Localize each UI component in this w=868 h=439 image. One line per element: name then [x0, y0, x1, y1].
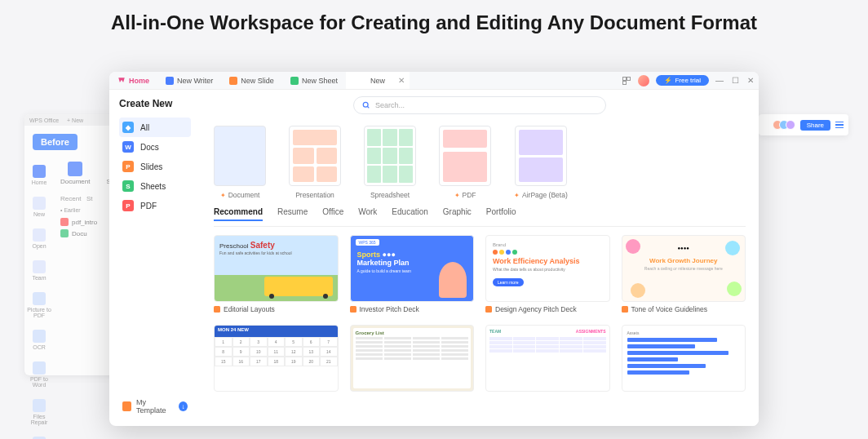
slides-badge-icon [350, 306, 356, 313]
svg-line-4 [367, 106, 369, 108]
my-template[interactable]: My Template↓ [119, 395, 191, 418]
nav-slides[interactable]: PSlides [119, 157, 191, 176]
t-pitch-badge: WPS 365 [356, 239, 379, 246]
blank-presentation[interactable]: Presentation [289, 126, 341, 199]
nav-pdf[interactable]: PPDF [119, 196, 191, 215]
cat-office[interactable]: Office [322, 207, 343, 221]
t-safety-word: Safety [250, 241, 275, 250]
template-assignments[interactable]: TEAMASSIGNMENTS [485, 325, 610, 392]
t-assign-l: TEAM [489, 329, 501, 334]
blank-pdf[interactable]: ✦PDF [439, 126, 491, 199]
spark-icon: ✦ [514, 192, 520, 199]
search-input[interactable]: Search... [353, 96, 606, 114]
template-editorial-label: Editorial Layouts [224, 305, 275, 313]
template-design-label: Design Agency Pitch Deck [495, 305, 577, 313]
t-design-btn: Learn more [493, 278, 524, 286]
template-investor[interactable]: WPS 365Sports ●●●Marketing PlanA guide t… [350, 235, 475, 313]
template-tone-label: Tone of Voice Guidelines [631, 305, 708, 313]
before-file-2: Docu [72, 230, 87, 237]
tab-writer-label: New Writer [177, 77, 213, 85]
sheet-icon [290, 77, 299, 85]
close-button[interactable]: ✕ [747, 76, 754, 85]
template-design-agency[interactable]: BrandWork Efficiency AnalysisWhat the da… [485, 235, 610, 313]
writer-icon [166, 77, 174, 85]
slides-badge-icon [485, 306, 492, 313]
blank-spreadsheet-label: Spreadsheet [370, 191, 410, 199]
template-grid: Preschool SafetyFun and safe activities … [214, 235, 746, 392]
docs-icon: W [122, 141, 134, 153]
tab-home[interactable]: Home [109, 72, 157, 89]
slide-icon [229, 77, 237, 85]
cat-work[interactable]: Work [358, 207, 377, 221]
layout-icon[interactable] [622, 76, 631, 86]
free-trial-label: Free trial [675, 77, 701, 84]
all-icon: ◆ [122, 122, 134, 133]
t-assign-r: ASSIGNMENTS [576, 329, 606, 334]
nav-pdf-label: PDF [140, 202, 157, 211]
close-icon[interactable]: ✕ [398, 76, 405, 85]
cat-recommend[interactable]: Recommend [214, 207, 263, 221]
tab-sheet-label: New Sheet [302, 77, 338, 85]
svg-rect-2 [623, 81, 627, 84]
slides-badge-icon [622, 306, 628, 313]
download-icon[interactable]: ↓ [179, 401, 188, 411]
cat-education[interactable]: Education [392, 207, 427, 221]
tab-writer[interactable]: New Writer [157, 72, 221, 89]
before-nav-ocr: OCR [33, 344, 46, 350]
cat-graphic[interactable]: Graphic [443, 207, 472, 221]
cat-portfolio[interactable]: Portfolio [486, 207, 516, 221]
avatar-stack [776, 120, 795, 130]
template-grocery[interactable]: Grocery List [350, 325, 475, 392]
svg-point-3 [363, 102, 368, 107]
pdf-icon: P [122, 200, 134, 211]
left-sidebar: Create New ◆All WDocs PSlides SSheets PP… [109, 90, 201, 426]
t-cal-hdr: MON 24 NEW [215, 326, 338, 337]
menu-icon[interactable] [835, 122, 844, 129]
t-grocery-title: Grocery List [356, 330, 469, 335]
tab-new-label: New [370, 77, 385, 85]
minimize-button[interactable]: — [715, 76, 724, 85]
blank-presentation-label: Presentation [295, 191, 334, 199]
maximize-button[interactable]: ☐ [732, 76, 739, 85]
nav-all-label: All [140, 123, 149, 132]
t-safety-sub: Fun and safe activities for kids at scho… [219, 251, 333, 255]
slides-badge-icon [214, 306, 220, 313]
nav-docs[interactable]: WDocs [119, 137, 191, 157]
category-tabs: Recommend Resume Office Work Education G… [214, 207, 746, 227]
nav-all[interactable]: ◆All [119, 118, 191, 137]
template-assets-chart[interactable]: Assets [622, 325, 746, 392]
nav-slides-label: Slides [140, 162, 162, 171]
free-trial-button[interactable]: ⚡Free trial [656, 75, 709, 86]
t-design-title: Work Efficiency Analysis [493, 257, 603, 265]
avatar[interactable] [638, 75, 649, 86]
search-placeholder: Search... [375, 101, 405, 109]
tab-new[interactable]: New✕ [346, 72, 410, 89]
tab-sheet[interactable]: New Sheet [282, 72, 346, 89]
nav-sheets-label: Sheets [140, 182, 166, 191]
main-window: Home New Writer New Slide New Sheet New✕… [109, 72, 759, 426]
share-button[interactable]: Share [800, 120, 830, 131]
nav-sheets[interactable]: SSheets [119, 176, 191, 196]
blank-airpage[interactable]: ✦AirPage (Beta) [514, 126, 568, 199]
template-calendar[interactable]: MON 24 NEW123456789101112131415161718192… [214, 325, 339, 392]
t-design-sub: What the data tells us about productivit… [493, 267, 603, 272]
cat-resume[interactable]: Resume [277, 207, 308, 221]
before-nav-home: Home [32, 180, 47, 185]
blank-spreadsheet[interactable]: Spreadsheet [364, 126, 416, 199]
before-nav-open: Open [32, 243, 46, 249]
before-earlier: Earlier [64, 207, 80, 213]
blank-document[interactable]: ✦Document [214, 126, 266, 199]
svg-rect-0 [623, 77, 627, 80]
before-cat-doc: Document [60, 178, 90, 185]
before-recent: Recent [60, 195, 81, 202]
create-new-title: Create New [119, 98, 191, 109]
template-tone[interactable]: ●●●●Work Growth JourneyReach a ceiling o… [622, 235, 746, 313]
t-tone-title: Work Growth Journey [629, 257, 739, 264]
template-editorial[interactable]: Preschool SafetyFun and safe activities … [214, 235, 339, 313]
tab-slide[interactable]: New Slide [221, 72, 282, 89]
blank-airpage-label: AirPage (Beta) [522, 191, 568, 199]
search-icon [362, 101, 370, 109]
sheets-icon: S [122, 180, 134, 192]
svg-rect-1 [627, 77, 631, 80]
before-nav-new: New [33, 211, 45, 217]
